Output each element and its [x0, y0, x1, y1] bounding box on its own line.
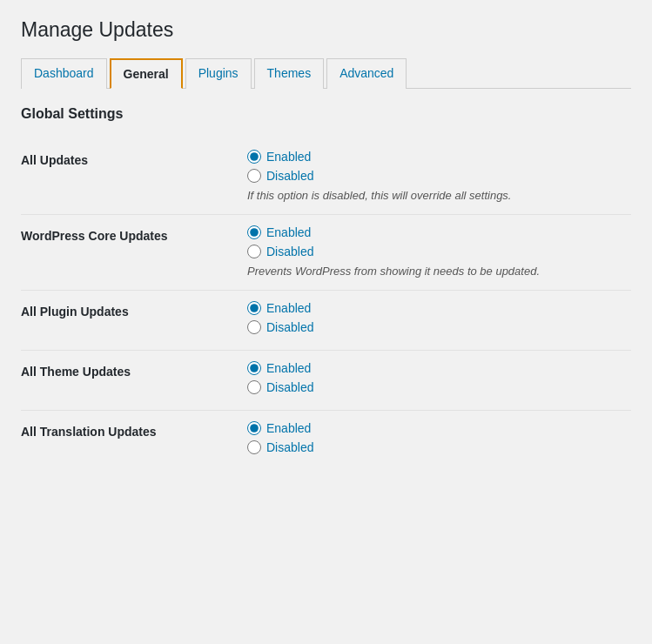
radio-input-disabled-all-theme-updates[interactable] — [247, 380, 261, 394]
section-title: Global Settings — [21, 106, 631, 122]
radio-label-enabled-wp-core-updates: Enabled — [266, 225, 311, 239]
setting-controls-all-theme-updates: EnabledDisabled — [247, 361, 631, 399]
setting-row-all-updates: All UpdatesEnabledDisabledIf this option… — [21, 139, 631, 214]
page-title: Manage Updates — [21, 17, 631, 44]
radio-label-enabled-all-plugin-updates: Enabled — [266, 301, 311, 315]
radio-disabled-all-theme-updates[interactable]: Disabled — [247, 380, 631, 394]
radio-input-enabled-all-plugin-updates[interactable] — [247, 301, 261, 315]
tab-advanced[interactable]: Advanced — [326, 58, 407, 89]
setting-row-wp-core-updates: WordPress Core UpdatesEnabledDisabledPre… — [21, 214, 631, 290]
radio-enabled-all-plugin-updates[interactable]: Enabled — [247, 301, 631, 315]
settings-rows: All UpdatesEnabledDisabledIf this option… — [21, 139, 631, 470]
global-settings-section: Global Settings All UpdatesEnabledDisabl… — [21, 106, 631, 470]
setting-controls-all-plugin-updates: EnabledDisabled — [247, 301, 631, 339]
setting-hint-wp-core-updates: Prevents WordPress from showing it needs… — [247, 264, 631, 279]
tabs-nav: Dashboard General Plugins Themes Advance… — [21, 57, 631, 89]
radio-enabled-wp-core-updates[interactable]: Enabled — [247, 225, 631, 239]
radio-disabled-all-translation-updates[interactable]: Disabled — [247, 440, 631, 454]
setting-label-all-plugin-updates: All Plugin Updates — [21, 301, 247, 319]
setting-row-all-plugin-updates: All Plugin UpdatesEnabledDisabled — [21, 290, 631, 350]
radio-label-disabled-all-updates: Disabled — [266, 169, 313, 183]
radio-input-enabled-wp-core-updates[interactable] — [247, 225, 261, 239]
setting-hint-all-updates: If this option is disabled, this will ov… — [247, 188, 631, 204]
tab-themes[interactable]: Themes — [254, 58, 325, 89]
setting-row-all-translation-updates: All Translation UpdatesEnabledDisabled — [21, 410, 631, 470]
setting-label-all-translation-updates: All Translation Updates — [21, 421, 247, 439]
radio-enabled-all-updates[interactable]: Enabled — [247, 150, 631, 164]
radio-enabled-all-theme-updates[interactable]: Enabled — [247, 361, 631, 375]
tab-plugins[interactable]: Plugins — [185, 58, 252, 89]
radio-enabled-all-translation-updates[interactable]: Enabled — [247, 421, 631, 435]
setting-controls-all-translation-updates: EnabledDisabled — [247, 421, 631, 460]
radio-label-enabled-all-translation-updates: Enabled — [266, 421, 311, 435]
setting-controls-all-updates: EnabledDisabledIf this option is disable… — [247, 150, 631, 204]
radio-disabled-all-updates[interactable]: Disabled — [247, 169, 631, 183]
radio-input-disabled-wp-core-updates[interactable] — [247, 245, 261, 258]
setting-label-all-theme-updates: All Theme Updates — [21, 361, 247, 379]
radio-label-enabled-all-updates: Enabled — [266, 150, 311, 164]
radio-label-disabled-wp-core-updates: Disabled — [266, 245, 313, 258]
radio-label-disabled-all-theme-updates: Disabled — [266, 380, 313, 394]
setting-label-all-updates: All Updates — [21, 150, 247, 167]
radio-input-disabled-all-updates[interactable] — [247, 169, 261, 183]
radio-disabled-all-plugin-updates[interactable]: Disabled — [247, 320, 631, 334]
radio-disabled-wp-core-updates[interactable]: Disabled — [247, 245, 631, 258]
setting-row-all-theme-updates: All Theme UpdatesEnabledDisabled — [21, 350, 631, 410]
tab-dashboard[interactable]: Dashboard — [21, 58, 107, 89]
radio-label-enabled-all-theme-updates: Enabled — [266, 361, 311, 375]
radio-input-enabled-all-translation-updates[interactable] — [247, 421, 261, 435]
radio-input-enabled-all-theme-updates[interactable] — [247, 361, 261, 375]
radio-input-disabled-all-plugin-updates[interactable] — [247, 320, 261, 334]
tab-general[interactable]: General — [110, 58, 183, 89]
radio-input-enabled-all-updates[interactable] — [247, 150, 261, 164]
radio-input-disabled-all-translation-updates[interactable] — [247, 440, 261, 454]
setting-label-wp-core-updates: WordPress Core Updates — [21, 225, 247, 243]
radio-label-disabled-all-translation-updates: Disabled — [266, 440, 313, 454]
radio-label-disabled-all-plugin-updates: Disabled — [266, 320, 313, 334]
setting-controls-wp-core-updates: EnabledDisabledPrevents WordPress from s… — [247, 225, 631, 279]
